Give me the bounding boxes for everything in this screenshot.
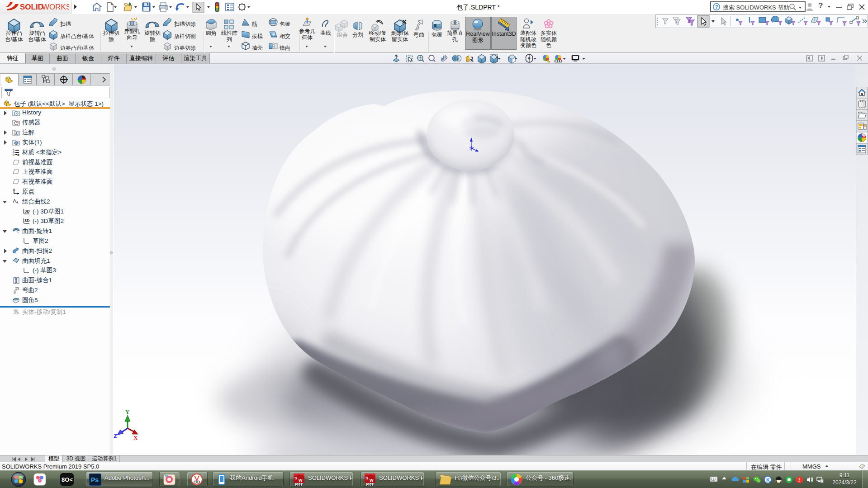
svg-text:Y: Y <box>125 408 130 415</box>
svg-text:A: A <box>15 132 18 136</box>
svg-text:S: S <box>365 476 368 480</box>
svg-text:W: W <box>299 478 303 483</box>
svg-text:W: W <box>370 478 374 483</box>
svg-text:Z: Z <box>114 432 118 439</box>
svg-text:X: X <box>133 434 138 441</box>
svg-text:2019: 2019 <box>296 483 304 486</box>
svg-text:?: ? <box>715 4 718 9</box>
svg-text:S: S <box>294 476 297 480</box>
svg-text:!: ! <box>798 477 800 483</box>
svg-text:K: K <box>766 477 770 483</box>
svg-text:WORKS: WORKS <box>42 3 69 11</box>
svg-text:A: A <box>470 58 474 63</box>
svg-text:3D: 3D <box>24 218 30 223</box>
svg-text:8O<: 8O< <box>62 476 73 483</box>
svg-text:2019: 2019 <box>367 483 375 486</box>
svg-text:3D: 3D <box>24 209 30 213</box>
svg-text:Ps: Ps <box>91 476 99 483</box>
svg-text:SOLID: SOLID <box>20 3 43 11</box>
